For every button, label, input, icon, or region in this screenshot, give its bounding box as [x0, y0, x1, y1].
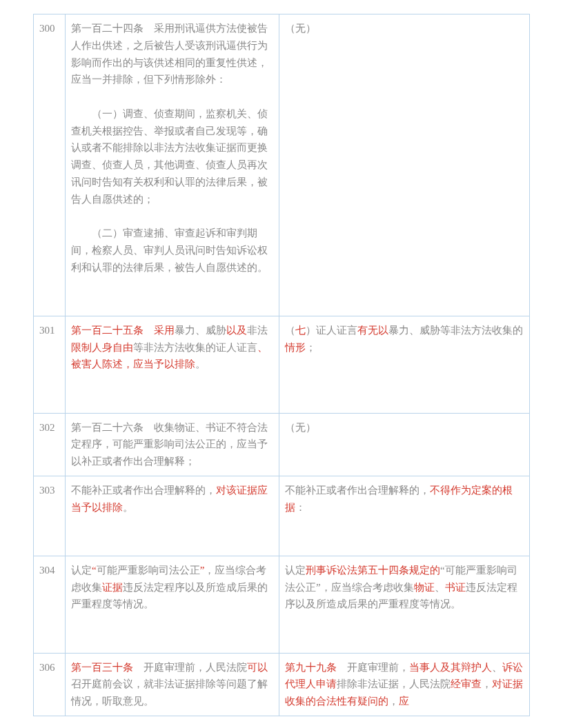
text: 暴力、威胁等非法方法收集的 — [388, 325, 523, 336]
table-row: 303不能补正或者作出合理解释的，对该证据应当予以排除。 不能补正或者作出合理解… — [34, 476, 530, 556]
text: ： — [295, 502, 306, 513]
paragraph — [71, 516, 273, 533]
paragraph: （一）调查、侦查期间，监察机关、侦查机关根据控告、举报或者自己发现等，确认或者不… — [71, 105, 273, 208]
paragraph: 不能补正或者作出合理解释的，对该证据应当予以排除。 — [71, 482, 273, 516]
paragraph: （无） — [285, 20, 524, 37]
row-number: 304 — [34, 556, 66, 653]
diff-text: 有无以 — [357, 325, 388, 336]
text: 等非法方法收集的证人证言 — [133, 342, 257, 353]
text: （ — [285, 325, 295, 336]
paragraph — [71, 208, 273, 225]
text: （无） — [285, 422, 316, 433]
diff-text: 刑事诉讼法第五十四条规定的 — [306, 565, 440, 576]
text: 非法 — [247, 325, 268, 336]
text: 认定 — [71, 565, 92, 576]
paragraph: 认定“可能严重影响司法公正”，应当综合考虑收集证据违反法定程序以及所造成后果的严… — [71, 562, 273, 613]
text: 认定 — [285, 565, 306, 576]
text: 。 — [195, 358, 206, 370]
paragraph: 第一百三十条 开庭审理前，人民法院可以召开庭前会议，就非法证据排除等问题了解情况… — [71, 659, 273, 710]
text: 第一百二十六条 收集物证、书证不符合法定程序，可能严重影响司法公正的，应当予以补… — [71, 422, 268, 467]
right-cell: （七）证人证言有无以暴力、威胁等非法方法收集的情形； — [279, 316, 530, 413]
right-cell: （无） — [279, 413, 530, 476]
row-number: 302 — [34, 413, 66, 476]
right-cell: （无） — [279, 14, 530, 316]
text: ； — [306, 342, 316, 353]
text: ， — [388, 696, 399, 707]
text: ， — [482, 678, 492, 689]
text: 、 — [492, 662, 502, 673]
paragraph — [71, 276, 273, 293]
text: 不能补正或者作出合理解释的， — [285, 485, 430, 496]
text: 第一百二十四条 采用刑讯逼供方法使被告人作出供述，之后被告人受该刑讯逼供行为影响… — [71, 23, 268, 85]
table-row: 306第一百三十条 开庭审理前，人民法院可以召开庭前会议，就非法证据排除等问题了… — [34, 653, 530, 716]
table-row: 302第一百二十六条 收集物证、书证不符合法定程序，可能严重影响司法公正的，应当… — [34, 413, 530, 476]
left-cell: 第一百二十六条 收集物证、书证不符合法定程序，可能严重影响司法公正的，应当予以补… — [66, 413, 279, 476]
paragraph — [71, 533, 273, 550]
right-cell: 不能补正或者作出合理解释的，不得作为定案的根据： — [279, 476, 530, 556]
paragraph — [71, 390, 273, 407]
diff-text: 第一百二十五条 采用 — [71, 325, 175, 336]
paragraph — [71, 88, 273, 105]
diff-text: 可以 — [247, 662, 268, 673]
paragraph — [71, 293, 273, 310]
text: 开庭审理前， — [337, 662, 409, 673]
diff-text: “ — [92, 565, 97, 576]
text: 可能严重影响司法公正 — [97, 565, 200, 576]
diff-text: 限制人身自由 — [71, 342, 133, 353]
right-cell: 第九十九条 开庭审理前，当事人及其辩护人、诉讼代理人申请排除非法证据，人民法院经… — [279, 653, 530, 716]
paragraph: 认定刑事诉讼法第五十四条规定的“可能严重影响司法公正”，应当综合考虑收集物证、书… — [285, 562, 524, 613]
paragraph: （二）审查逮捕、审查起诉和审判期间，检察人员、审判人员讯问时告知诉讼权利和认罪的… — [71, 225, 273, 276]
text: （二）审查逮捕、审查起诉和审判期间，检察人员、审判人员讯问时告知诉讼权利和认罪的… — [71, 228, 268, 273]
left-cell: 不能补正或者作出合理解释的，对该证据应当予以排除。 — [66, 476, 279, 556]
text: 不能补正或者作出合理解释的， — [71, 485, 216, 496]
diff-text: 应 — [399, 696, 409, 707]
text: 排除非法证据，人民法院 — [337, 678, 451, 689]
table-row: 301第一百二十五条 采用暴力、威胁以及非法限制人身自由等非法方法收集的证人证言… — [34, 316, 530, 413]
text: 开庭审理前，人民法院 — [133, 662, 247, 673]
right-cell: 认定刑事诉讼法第五十四条规定的“可能严重影响司法公正”，应当综合考虑收集物证、书… — [279, 556, 530, 653]
text: ）证人证言 — [306, 325, 357, 336]
left-cell: 认定“可能严重影响司法公正”，应当综合考虑收集证据违反法定程序以及所造成后果的严… — [66, 556, 279, 653]
paragraph: 不能补正或者作出合理解释的，不得作为定案的根据： — [285, 482, 524, 516]
comparison-table: 300第一百二十四条 采用刑讯逼供方法使被告人作出供述，之后被告人受该刑讯逼供行… — [33, 14, 530, 716]
diff-text: 物证 — [414, 582, 435, 593]
diff-text: 情形 — [285, 342, 306, 353]
row-number: 300 — [34, 14, 66, 316]
paragraph — [71, 613, 273, 630]
paragraph — [71, 373, 273, 390]
text: 暴力、威胁 — [175, 325, 226, 336]
paragraph: 第一百二十六条 收集物证、书证不符合法定程序，可能严重影响司法公正的，应当予以补… — [71, 419, 273, 470]
row-number: 303 — [34, 476, 66, 556]
paragraph: （七）证人证言有无以暴力、威胁等非法方法收集的情形； — [285, 322, 524, 356]
diff-text: 七 — [295, 325, 306, 336]
row-number: 306 — [34, 653, 66, 716]
diff-text: 经审查 — [451, 678, 482, 689]
diff-text: 书证 — [445, 582, 466, 593]
row-number: 301 — [34, 316, 66, 413]
diff-text: 第一百三十条 — [71, 662, 133, 673]
diff-text: 证据 — [102, 582, 123, 593]
text: （一）调查、侦查期间，监察机关、侦查机关根据控告、举报或者自己发现等，确认或者不… — [71, 108, 268, 205]
diff-text: 当事人及其辩护人 — [409, 662, 492, 673]
left-cell: 第一百三十条 开庭审理前，人民法院可以召开庭前会议，就非法证据排除等问题了解情况… — [66, 653, 279, 716]
table-row: 300第一百二十四条 采用刑讯逼供方法使被告人作出供述，之后被告人受该刑讯逼供行… — [34, 14, 530, 316]
paragraph: 第九十九条 开庭审理前，当事人及其辩护人、诉讼代理人申请排除非法证据，人民法院经… — [285, 659, 524, 710]
diff-text: 第九十九条 — [285, 662, 337, 673]
page: 300第一百二十四条 采用刑讯逼供方法使被告人作出供述，之后被告人受该刑讯逼供行… — [0, 0, 563, 728]
paragraph — [71, 630, 273, 647]
left-cell: 第一百二十五条 采用暴力、威胁以及非法限制人身自由等非法方法收集的证人证言、被害… — [66, 316, 279, 413]
paragraph: （无） — [285, 419, 524, 436]
diff-text: 以及 — [226, 325, 247, 336]
table-row: 304认定“可能严重影响司法公正”，应当综合考虑收集证据违反法定程序以及所造成后… — [34, 556, 530, 653]
text: 、 — [435, 582, 445, 593]
paragraph: 第一百二十四条 采用刑讯逼供方法使被告人作出供述，之后被告人受该刑讯逼供行为影响… — [71, 20, 273, 88]
text: 召开庭前会议，就非法证据排除等问题了解情况，听取意见。 — [71, 678, 268, 707]
paragraph: 第一百二十五条 采用暴力、威胁以及非法限制人身自由等非法方法收集的证人证言、被害… — [71, 322, 273, 373]
left-cell: 第一百二十四条 采用刑讯逼供方法使被告人作出供述，之后被告人受该刑讯逼供行为影响… — [66, 14, 279, 316]
text: （无） — [285, 23, 316, 34]
text: 。 — [123, 502, 133, 513]
